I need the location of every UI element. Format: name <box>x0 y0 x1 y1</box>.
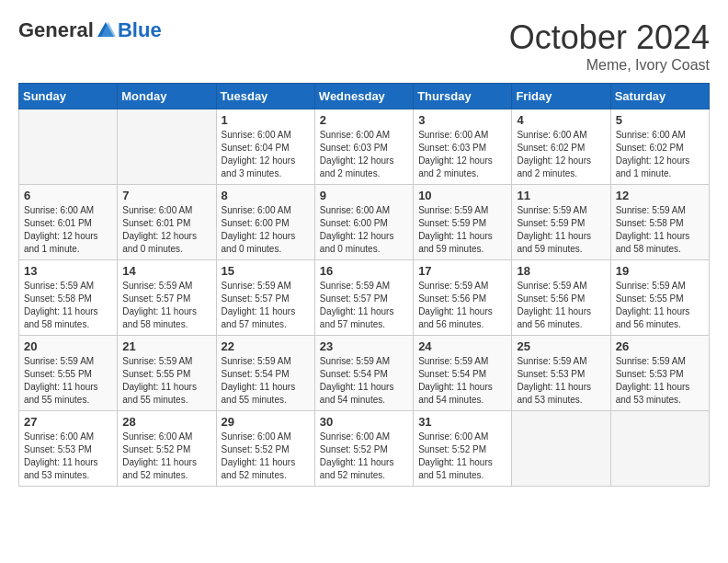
calendar-cell: 10Sunrise: 5:59 AMSunset: 5:59 PMDayligh… <box>414 185 512 260</box>
day-info: Sunrise: 5:59 AMSunset: 5:55 PMDaylight:… <box>122 355 210 407</box>
weekday-header: Wednesday <box>314 84 413 109</box>
day-info: Sunrise: 5:59 AMSunset: 5:59 PMDaylight:… <box>418 204 506 256</box>
calendar-week-row: 6Sunrise: 6:00 AMSunset: 6:01 PMDaylight… <box>19 185 710 260</box>
calendar-cell: 25Sunrise: 5:59 AMSunset: 5:53 PMDayligh… <box>512 336 610 411</box>
day-info: Sunrise: 5:59 AMSunset: 5:54 PMDaylight:… <box>222 355 310 407</box>
day-number: 31 <box>418 415 506 429</box>
calendar-cell: 16Sunrise: 5:59 AMSunset: 5:57 PMDayligh… <box>314 260 413 336</box>
day-number: 24 <box>418 339 506 353</box>
day-info: Sunrise: 5:59 AMSunset: 5:54 PMDaylight:… <box>320 355 408 407</box>
day-info: Sunrise: 5:59 AMSunset: 5:56 PMDaylight:… <box>418 280 506 331</box>
day-info: Sunrise: 5:59 AMSunset: 5:58 PMDaylight:… <box>24 280 112 331</box>
logo-blue: Blue <box>118 18 162 42</box>
weekday-header: Saturday <box>610 84 709 109</box>
day-info: Sunrise: 6:00 AMSunset: 6:04 PMDaylight:… <box>222 129 310 180</box>
title-block: October 2024 Meme, Ivory Coast <box>509 18 710 74</box>
calendar-cell: 15Sunrise: 5:59 AMSunset: 5:57 PMDayligh… <box>216 260 314 336</box>
day-info: Sunrise: 6:00 AMSunset: 5:52 PMDaylight:… <box>222 431 310 482</box>
day-info: Sunrise: 5:59 AMSunset: 5:54 PMDaylight:… <box>418 355 506 407</box>
weekday-header: Thursday <box>414 84 512 109</box>
calendar-cell <box>512 411 610 487</box>
day-number: 21 <box>122 339 210 353</box>
calendar-cell: 3Sunrise: 6:00 AMSunset: 6:03 PMDaylight… <box>414 109 512 185</box>
calendar-cell: 12Sunrise: 5:59 AMSunset: 5:58 PMDayligh… <box>610 185 709 260</box>
weekday-header: Tuesday <box>216 84 314 109</box>
day-info: Sunrise: 6:00 AMSunset: 6:01 PMDaylight:… <box>24 204 112 256</box>
day-number: 4 <box>517 113 605 127</box>
month-title: October 2024 <box>509 18 710 57</box>
day-info: Sunrise: 6:00 AMSunset: 5:52 PMDaylight:… <box>122 431 210 482</box>
calendar-cell: 11Sunrise: 5:59 AMSunset: 5:59 PMDayligh… <box>512 185 610 260</box>
day-info: Sunrise: 6:00 AMSunset: 5:53 PMDaylight:… <box>24 431 112 482</box>
day-number: 14 <box>122 264 210 278</box>
calendar-cell <box>118 109 216 185</box>
day-number: 3 <box>418 113 506 127</box>
day-info: Sunrise: 6:00 AMSunset: 5:52 PMDaylight:… <box>418 431 506 482</box>
calendar-week-row: 1Sunrise: 6:00 AMSunset: 6:04 PMDaylight… <box>19 109 710 185</box>
logo: General Blue <box>18 18 162 42</box>
day-number: 22 <box>222 339 310 353</box>
calendar-cell: 1Sunrise: 6:00 AMSunset: 6:04 PMDaylight… <box>216 109 314 185</box>
day-number: 28 <box>122 415 210 429</box>
calendar-cell: 14Sunrise: 5:59 AMSunset: 5:57 PMDayligh… <box>118 260 216 336</box>
calendar-cell: 6Sunrise: 6:00 AMSunset: 6:01 PMDaylight… <box>19 185 118 260</box>
day-number: 26 <box>616 339 704 353</box>
day-info: Sunrise: 6:00 AMSunset: 5:52 PMDaylight:… <box>320 431 408 482</box>
calendar-cell: 24Sunrise: 5:59 AMSunset: 5:54 PMDayligh… <box>414 336 512 411</box>
day-info: Sunrise: 6:00 AMSunset: 6:00 PMDaylight:… <box>222 204 310 256</box>
day-info: Sunrise: 6:00 AMSunset: 6:02 PMDaylight:… <box>517 129 605 180</box>
calendar-cell: 9Sunrise: 6:00 AMSunset: 6:00 PMDaylight… <box>314 185 413 260</box>
day-number: 18 <box>517 264 605 278</box>
calendar-cell: 18Sunrise: 5:59 AMSunset: 5:56 PMDayligh… <box>512 260 610 336</box>
location-subtitle: Meme, Ivory Coast <box>509 57 710 74</box>
calendar-cell: 22Sunrise: 5:59 AMSunset: 5:54 PMDayligh… <box>216 336 314 411</box>
day-info: Sunrise: 6:00 AMSunset: 6:00 PMDaylight:… <box>320 204 408 256</box>
day-info: Sunrise: 6:00 AMSunset: 6:03 PMDaylight:… <box>418 129 506 180</box>
day-info: Sunrise: 5:59 AMSunset: 5:58 PMDaylight:… <box>616 204 704 256</box>
page-header: General Blue October 2024 Meme, Ivory Co… <box>18 18 710 74</box>
day-number: 20 <box>24 339 112 353</box>
day-number: 6 <box>24 189 112 202</box>
day-number: 30 <box>320 415 408 429</box>
day-number: 15 <box>222 264 310 278</box>
calendar-cell: 8Sunrise: 6:00 AMSunset: 6:00 PMDaylight… <box>216 185 314 260</box>
day-info: Sunrise: 5:59 AMSunset: 5:55 PMDaylight:… <box>24 355 112 407</box>
day-number: 19 <box>616 264 704 278</box>
day-info: Sunrise: 5:59 AMSunset: 5:59 PMDaylight:… <box>517 204 605 256</box>
weekday-header: Sunday <box>19 84 118 109</box>
calendar-cell: 23Sunrise: 5:59 AMSunset: 5:54 PMDayligh… <box>314 336 413 411</box>
day-number: 16 <box>320 264 408 278</box>
calendar-cell <box>610 411 709 487</box>
calendar-cell: 21Sunrise: 5:59 AMSunset: 5:55 PMDayligh… <box>118 336 216 411</box>
day-number: 9 <box>320 189 408 202</box>
calendar-week-row: 27Sunrise: 6:00 AMSunset: 5:53 PMDayligh… <box>19 411 710 487</box>
calendar-cell: 27Sunrise: 6:00 AMSunset: 5:53 PMDayligh… <box>19 411 118 487</box>
calendar-cell: 19Sunrise: 5:59 AMSunset: 5:55 PMDayligh… <box>610 260 709 336</box>
calendar-week-row: 13Sunrise: 5:59 AMSunset: 5:58 PMDayligh… <box>19 260 710 336</box>
calendar-cell: 2Sunrise: 6:00 AMSunset: 6:03 PMDaylight… <box>314 109 413 185</box>
day-info: Sunrise: 6:00 AMSunset: 6:01 PMDaylight:… <box>122 204 210 256</box>
calendar-cell: 29Sunrise: 6:00 AMSunset: 5:52 PMDayligh… <box>216 411 314 487</box>
day-info: Sunrise: 5:59 AMSunset: 5:55 PMDaylight:… <box>616 280 704 331</box>
day-number: 13 <box>24 264 112 278</box>
calendar-header-row: SundayMondayTuesdayWednesdayThursdayFrid… <box>19 84 710 109</box>
day-info: Sunrise: 5:59 AMSunset: 5:57 PMDaylight:… <box>222 280 310 331</box>
calendar-cell: 28Sunrise: 6:00 AMSunset: 5:52 PMDayligh… <box>118 411 216 487</box>
calendar-table: SundayMondayTuesdayWednesdayThursdayFrid… <box>18 83 710 487</box>
day-info: Sunrise: 5:59 AMSunset: 5:57 PMDaylight:… <box>320 280 408 331</box>
day-number: 27 <box>24 415 112 429</box>
calendar-cell: 30Sunrise: 6:00 AMSunset: 5:52 PMDayligh… <box>314 411 413 487</box>
logo-icon <box>96 20 116 40</box>
day-info: Sunrise: 6:00 AMSunset: 6:03 PMDaylight:… <box>320 129 408 180</box>
day-info: Sunrise: 5:59 AMSunset: 5:56 PMDaylight:… <box>517 280 605 331</box>
day-info: Sunrise: 5:59 AMSunset: 5:53 PMDaylight:… <box>517 355 605 407</box>
day-number: 2 <box>320 113 408 127</box>
calendar-cell <box>19 109 118 185</box>
day-info: Sunrise: 6:00 AMSunset: 6:02 PMDaylight:… <box>616 129 704 180</box>
day-info: Sunrise: 5:59 AMSunset: 5:53 PMDaylight:… <box>616 355 704 407</box>
calendar-cell: 4Sunrise: 6:00 AMSunset: 6:02 PMDaylight… <box>512 109 610 185</box>
calendar-cell: 20Sunrise: 5:59 AMSunset: 5:55 PMDayligh… <box>19 336 118 411</box>
day-number: 10 <box>418 189 506 202</box>
day-number: 25 <box>517 339 605 353</box>
weekday-header: Friday <box>512 84 610 109</box>
